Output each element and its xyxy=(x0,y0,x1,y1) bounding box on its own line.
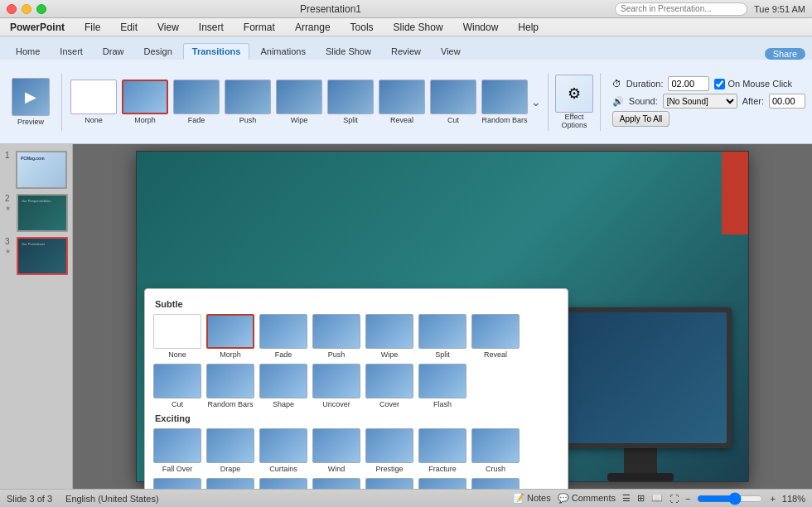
minimize-button[interactable] xyxy=(22,4,31,14)
td-fade-label: Fade xyxy=(275,350,292,359)
apply-to-all-button[interactable]: Apply To All xyxy=(612,111,670,127)
td-cut[interactable]: Cut xyxy=(152,362,203,410)
subtle-grid: None Morph Fade Push Wipe xyxy=(152,312,561,410)
slide-thumb-2[interactable]: Our Responsibilities xyxy=(17,194,68,232)
td-none[interactable]: None xyxy=(152,312,203,360)
effect-options-button[interactable]: ⚙ EffectOptions xyxy=(555,75,593,129)
td-uncover[interactable]: Uncover xyxy=(311,362,362,410)
td-pagecurl[interactable]: Page Curl xyxy=(205,476,256,489)
slide-thumb-3[interactable]: Our Procedures xyxy=(17,237,68,275)
zoom-out[interactable]: − xyxy=(685,494,690,504)
td-wipe[interactable]: Wipe xyxy=(364,312,415,360)
tab-draw[interactable]: Draw xyxy=(94,43,133,60)
td-flash[interactable]: Flash xyxy=(417,362,468,410)
tab-design[interactable]: Design xyxy=(135,43,181,60)
view-reading[interactable]: 📖 xyxy=(651,493,663,504)
monitor-image xyxy=(549,307,732,481)
slide-thumb-1[interactable]: PCMag.com xyxy=(16,151,67,189)
duration-input[interactable] xyxy=(668,76,709,91)
td-blinds[interactable]: Blinds xyxy=(470,476,521,489)
tab-transitions[interactable]: Transitions xyxy=(183,43,250,60)
td-origami[interactable]: Origami xyxy=(311,476,362,489)
td-crush[interactable]: Crush xyxy=(470,427,521,475)
td-drape[interactable]: Drape xyxy=(205,427,256,475)
td-shape-label: Shape xyxy=(273,400,294,408)
tab-animations[interactable]: Animations xyxy=(251,43,314,60)
tab-insert[interactable]: Insert xyxy=(51,43,92,60)
td-morph[interactable]: Morph xyxy=(205,312,256,360)
preview-section: ▶ Preview xyxy=(7,76,55,128)
trans-none[interactable]: None xyxy=(69,78,118,126)
monitor-stand xyxy=(624,448,657,473)
zoom-in[interactable]: + xyxy=(770,494,775,504)
sound-select[interactable]: [No Sound] xyxy=(663,94,737,109)
tab-review[interactable]: Review xyxy=(382,43,430,60)
notes-button[interactable]: 📝 Notes xyxy=(513,493,551,504)
on-mouse-click-checkbox[interactable] xyxy=(714,79,725,89)
td-prestige[interactable]: Prestige xyxy=(364,427,415,475)
view-normal[interactable]: ☰ xyxy=(622,493,631,504)
share-button[interactable]: Share xyxy=(765,48,805,60)
td-fade[interactable]: Fade xyxy=(258,312,309,360)
menu-powerpoint[interactable]: PowerPoint xyxy=(7,21,68,34)
trans-reveal[interactable]: Reveal xyxy=(377,78,427,126)
comments-button[interactable]: 💬 Comments xyxy=(558,493,616,504)
td-fallover[interactable]: Fall Over xyxy=(152,427,203,475)
menu-slideshow[interactable]: Slide Show xyxy=(390,21,447,34)
view-grid[interactable]: ⊞ xyxy=(637,493,645,504)
td-curtains[interactable]: Curtains xyxy=(258,427,309,475)
td-dissolve[interactable]: Dissolve xyxy=(364,476,415,489)
menu-tools[interactable]: Tools xyxy=(347,21,377,34)
menu-window[interactable]: Window xyxy=(460,21,502,34)
slide-item-3[interactable]: 3 ★ Our Procedures xyxy=(5,237,67,275)
menu-insert[interactable]: Insert xyxy=(196,21,227,34)
td-push[interactable]: Push xyxy=(311,312,362,360)
slide-item-2[interactable]: 2 ★ Our Responsibilities xyxy=(5,194,67,232)
td-shape[interactable]: Shape xyxy=(258,362,309,410)
menu-file[interactable]: File xyxy=(81,21,104,34)
menu-arrange[interactable]: Arrange xyxy=(292,21,334,34)
slide-red-bar xyxy=(722,152,748,234)
menu-help[interactable]: Help xyxy=(515,21,542,34)
td-peeloff[interactable]: Peel Off xyxy=(152,476,203,489)
menu-format[interactable]: Format xyxy=(240,21,278,34)
search-input[interactable] xyxy=(615,2,747,16)
trans-wipe[interactable]: Wipe xyxy=(274,78,324,126)
slide-item-1[interactable]: 1 PCMag.com xyxy=(5,151,67,189)
td-random[interactable]: Random Bars xyxy=(205,362,256,410)
tab-home[interactable]: Home xyxy=(7,43,49,60)
menu-view[interactable]: View xyxy=(154,21,182,34)
td-split[interactable]: Split xyxy=(417,312,468,360)
td-cover[interactable]: Cover xyxy=(364,362,415,410)
duration-icon: ⏱ xyxy=(612,79,621,89)
preview-button[interactable]: ▶ xyxy=(12,78,50,116)
trans-morph[interactable]: Morph xyxy=(120,78,170,126)
exciting-grid: Fall Over Drape Curtains Wind Prestige F… xyxy=(152,427,561,489)
td-airplane[interactable]: Airplane xyxy=(258,476,309,489)
view-slideshow[interactable]: ⛶ xyxy=(669,494,679,504)
zoom-slider[interactable] xyxy=(697,493,763,505)
close-button[interactable] xyxy=(7,4,17,14)
td-crush-label: Crush xyxy=(486,465,505,473)
trans-split[interactable]: Split xyxy=(326,78,375,126)
tab-slideshow[interactable]: Slide Show xyxy=(317,43,380,60)
expand-transitions[interactable]: ⌄ xyxy=(531,95,541,109)
trans-random[interactable]: Random Bars xyxy=(480,78,529,126)
after-input[interactable] xyxy=(769,94,805,109)
trans-cut[interactable]: Cut xyxy=(428,78,478,126)
canvas-area: Subtle None Morph Fade Push xyxy=(73,144,812,489)
td-wind[interactable]: Wind xyxy=(311,427,362,475)
duration-label: Duration: xyxy=(626,79,664,89)
maximize-button[interactable] xyxy=(36,4,46,14)
td-checker[interactable]: Checkerboard xyxy=(417,476,468,489)
zoom-level: 118% xyxy=(782,494,805,504)
clock: Tue 9:51 AM xyxy=(754,4,805,14)
sound-row: 🔊 Sound: [No Sound] After: xyxy=(612,94,805,109)
td-reveal[interactable]: Reveal xyxy=(470,312,521,360)
trans-fade[interactable]: Fade xyxy=(172,78,221,126)
tab-view[interactable]: View xyxy=(432,43,470,60)
trans-push[interactable]: Push xyxy=(223,78,273,126)
slide-num-1: 1 xyxy=(5,151,12,160)
td-fracture[interactable]: Fracture xyxy=(417,427,468,475)
menu-edit[interactable]: Edit xyxy=(117,21,141,34)
